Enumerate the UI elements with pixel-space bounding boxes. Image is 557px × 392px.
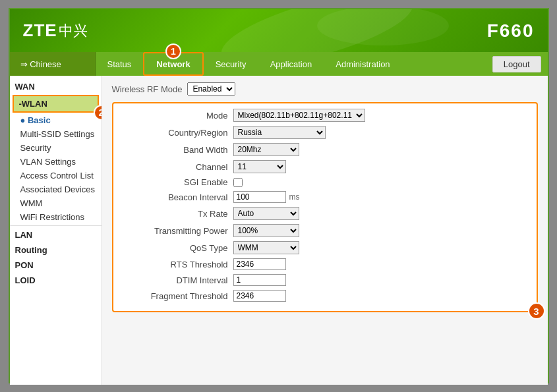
control-rts: [233, 258, 286, 270]
control-dtim: [233, 274, 286, 286]
form-row-qos: QoS Type WMM: [121, 241, 529, 254]
control-qos: WMM: [233, 241, 299, 254]
sidebar-wlan-group[interactable]: -WLAN: [13, 95, 99, 113]
sidebar-pon[interactable]: PON: [10, 258, 102, 273]
nav-bar: ⇒ Chinese Status Network 1 Security Appl…: [10, 52, 548, 76]
tab-administration[interactable]: Administration: [324, 52, 401, 76]
label-channel: Channel: [121, 162, 233, 172]
settings-box: Mode Mixed(802.11b+802.11g+802.11 Countr…: [112, 102, 538, 312]
logo-area: ZTE 中兴: [23, 20, 88, 41]
label-rts: RTS Threshold: [121, 260, 233, 269]
form-row-country: Country/Region Russia: [121, 126, 529, 139]
sidebar-item-multissid[interactable]: Multi-SSID Settings: [10, 127, 102, 141]
badge-3: 3: [528, 302, 545, 320]
form-row-mode: Mode Mixed(802.11b+802.11g+802.11: [121, 109, 529, 122]
wireless-rf-label: Wireless RF Mode: [112, 84, 183, 94]
label-bandwidth: Band Width: [121, 145, 233, 155]
form-row-channel: Channel 11: [121, 160, 529, 173]
control-channel: 11: [233, 160, 286, 173]
label-txrate: Tx Rate: [121, 209, 233, 219]
tab-network-wrapper: Network 1: [143, 52, 203, 76]
sidebar-item-wmm[interactable]: WMM: [10, 196, 102, 210]
select-qos[interactable]: WMM: [233, 241, 299, 254]
sidebar-item-acl[interactable]: Access Control List: [10, 169, 102, 182]
form-row-txpower: Transmitting Power 100%: [121, 224, 529, 237]
sidebar-item-wifi-restrictions[interactable]: WiFi Restrictions: [10, 210, 102, 224]
select-bandwidth[interactable]: 20Mhz: [233, 143, 299, 156]
control-txrate: Auto: [233, 207, 299, 220]
label-fragment: Fragment Threshold: [121, 291, 233, 301]
form-row-bandwidth: Band Width 20Mhz: [121, 143, 529, 156]
control-country: Russia: [233, 126, 326, 139]
select-txrate[interactable]: Auto: [233, 207, 299, 220]
sidebar-item-basic[interactable]: Basic: [10, 113, 102, 127]
logo-zte: ZTE: [23, 20, 57, 41]
model-name: F660: [487, 20, 535, 42]
nav-lang[interactable]: ⇒ Chinese: [10, 52, 96, 76]
form-row-rts: RTS Threshold: [121, 258, 529, 270]
sidebar: WAN -WLAN 2 Basic Multi-SSID Settings Se…: [10, 76, 102, 385]
sidebar-wan: WAN: [10, 79, 102, 94]
tab-security[interactable]: Security: [204, 52, 258, 76]
control-mode: Mixed(802.11b+802.11g+802.11: [233, 109, 365, 122]
tab-application[interactable]: Application: [258, 52, 324, 76]
select-country[interactable]: Russia: [233, 126, 326, 139]
label-country: Country/Region: [121, 128, 233, 138]
main-container: ZTE 中兴 F660 ⇒ Chinese Status Network 1 S…: [9, 8, 549, 383]
lang-arrow: ⇒: [20, 59, 28, 69]
tab-status[interactable]: Status: [96, 52, 144, 76]
sidebar-loid[interactable]: LOID: [10, 273, 102, 288]
control-txpower: 100%: [233, 224, 299, 237]
sidebar-item-security[interactable]: Security: [10, 141, 102, 155]
logout-button[interactable]: Logout: [492, 56, 541, 72]
sidebar-item-associated[interactable]: Associated Devices: [10, 182, 102, 196]
wireless-rf-row: Wireless RF Mode Enabled: [112, 82, 538, 96]
control-bandwidth: 20Mhz: [233, 143, 299, 156]
label-qos: QoS Type: [121, 243, 233, 253]
label-mode: Mode: [121, 111, 233, 121]
label-sgi: SGI Enable: [121, 177, 233, 187]
label-beacon: Beacon Interval: [121, 192, 233, 202]
header: ZTE 中兴 F660: [10, 9, 548, 52]
lang-label: Chinese: [30, 59, 61, 69]
sidebar-routing[interactable]: Routing: [10, 242, 102, 258]
select-mode[interactable]: Mixed(802.11b+802.11g+802.11: [233, 109, 365, 122]
logo-zh: 中兴: [59, 21, 88, 41]
label-dtim: DTIM Interval: [121, 275, 233, 285]
input-rts[interactable]: [233, 258, 286, 270]
input-fragment[interactable]: [233, 290, 286, 302]
sidebar-item-vlan[interactable]: VLAN Settings: [10, 155, 102, 169]
nav-tabs: Status Network 1 Security Application Ad…: [96, 52, 492, 76]
form-row-txrate: Tx Rate Auto: [121, 207, 529, 220]
form-row-fragment: Fragment Threshold: [121, 290, 529, 302]
input-beacon[interactable]: [233, 191, 286, 203]
badge-1: 1: [165, 43, 181, 59]
control-beacon: ms: [233, 191, 300, 203]
content-area: WAN -WLAN 2 Basic Multi-SSID Settings Se…: [10, 76, 548, 385]
label-txpower: Transmitting Power: [121, 226, 233, 236]
form-row-dtim: DTIM Interval: [121, 274, 529, 286]
unit-beacon: ms: [289, 192, 300, 202]
sidebar-wlan-wrapper: -WLAN 2: [10, 95, 102, 113]
select-txpower[interactable]: 100%: [233, 224, 299, 237]
input-dtim[interactable]: [233, 274, 286, 286]
control-sgi: [233, 178, 243, 187]
sidebar-divider-1: [10, 225, 102, 226]
checkbox-sgi[interactable]: [233, 178, 243, 187]
sidebar-lan[interactable]: LAN: [10, 227, 102, 242]
form-row-beacon: Beacon Interval ms: [121, 191, 529, 203]
wireless-rf-select[interactable]: Enabled: [187, 82, 235, 96]
control-fragment: [233, 290, 286, 302]
select-channel[interactable]: 11: [233, 160, 286, 173]
main-panel: Wireless RF Mode Enabled Mode Mixed(802.…: [102, 76, 548, 385]
form-row-sgi: SGI Enable: [121, 177, 529, 187]
